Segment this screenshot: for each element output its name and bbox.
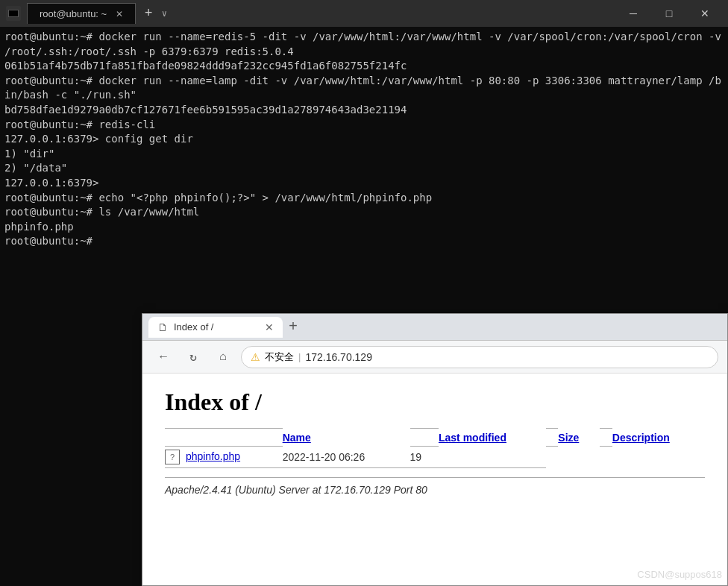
file-icon: ? (165, 450, 180, 464)
terminal-tab[interactable]: root@ubuntu: ~ ✕ (27, 3, 136, 24)
browser-tab-new[interactable]: + (286, 320, 301, 335)
server-info: Apache/2.4.41 (Ubuntu) Server at 172.16.… (165, 477, 705, 496)
browser-tab-label: Index of / (174, 321, 213, 333)
col-description[interactable]: Description (612, 429, 705, 447)
minimize-button[interactable]: ─ (616, 0, 650, 27)
col-name[interactable]: Name (283, 429, 410, 447)
watermark: CSDN@suppos618 (637, 569, 722, 580)
browser-tab-close[interactable]: ✕ (265, 321, 274, 333)
terminal-tab-label: root@ubuntu: ~ (40, 8, 107, 19)
page-title: Index of / (165, 388, 705, 416)
file-desc-cell (439, 447, 546, 468)
terminal-tab-close[interactable]: ✕ (116, 9, 123, 19)
address-bar[interactable]: ⚠ 不安全 | 172.16.70.129 (241, 346, 718, 368)
browser-navbar: ← ↻ ⌂ ⚠ 不安全 | 172.16.70.129 (142, 341, 727, 374)
terminal-tab-chevron[interactable]: ∨ (159, 8, 170, 19)
address-url: 172.16.70.129 (305, 351, 372, 363)
file-listing-table: Name Last modified Size Description ? ph… (165, 428, 705, 468)
table-row: ? phpinfo.php 2022-11-20 06:26 19 (165, 447, 705, 468)
file-size-cell: 19 (410, 447, 439, 468)
back-button[interactable]: ← (151, 345, 175, 369)
browser-content-area: Index of / Name Last modified Size Descr… (142, 374, 727, 585)
terminal-app-icon (6, 6, 21, 21)
terminal-tab-add[interactable]: + (139, 6, 159, 21)
close-button[interactable]: ✕ (688, 0, 722, 27)
page-icon: 🗋 (157, 321, 168, 333)
address-separator: | (298, 351, 301, 362)
browser-tab-active[interactable]: 🗋 Index of / ✕ (148, 317, 283, 338)
terminal-titlebar: root@ubuntu: ~ ✕ + ∨ ─ □ ✕ (0, 0, 728, 27)
not-secure-label: 不安全 (265, 350, 294, 364)
maximize-button[interactable]: □ (652, 0, 686, 27)
home-button[interactable]: ⌂ (211, 345, 235, 369)
file-modified-cell: 2022-11-20 06:26 (283, 447, 410, 468)
file-link[interactable]: phpinfo.php (186, 450, 240, 462)
col-size[interactable]: Size (558, 429, 600, 447)
window-controls: ─ □ ✕ (616, 0, 722, 27)
terminal-output: root@ubuntu:~# docker run --name=redis-5… (4, 30, 724, 249)
browser-window: 🗋 Index of / ✕ + ← ↻ ⌂ ⚠ 不安全 | 172.16.70… (142, 313, 728, 586)
col-modified[interactable]: Last modified (439, 429, 546, 447)
table-header-row: Name Last modified Size Description (165, 429, 705, 447)
browser-titlebar: 🗋 Index of / ✕ + (142, 314, 727, 341)
file-name-cell: ? phpinfo.php (165, 447, 283, 468)
refresh-button[interactable]: ↻ (181, 345, 205, 369)
security-warning-icon: ⚠ (251, 351, 260, 363)
